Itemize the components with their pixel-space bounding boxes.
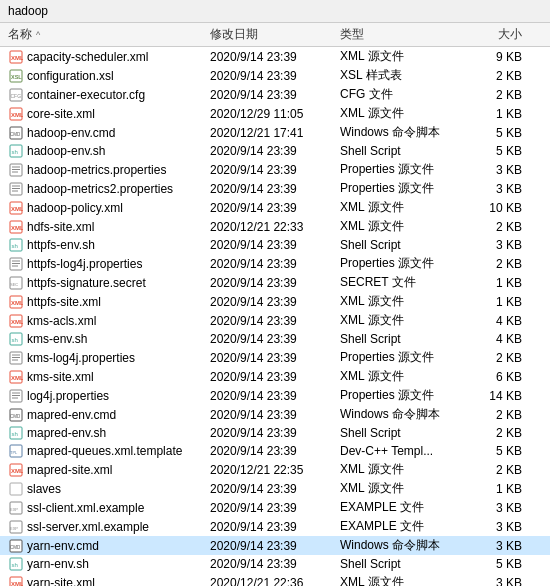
svg-text:CMD: CMD xyxy=(10,545,21,550)
sh-icon: sh xyxy=(8,143,24,159)
table-row[interactable]: sh kms-env.sh2020/9/14 23:39Shell Script… xyxy=(0,330,550,348)
table-row[interactable]: XML httpfs-site.xml2020/9/14 23:39XML 源文… xyxy=(0,292,550,311)
table-row[interactable]: CMD yarn-env.cmd2020/9/14 23:39Windows 命… xyxy=(0,536,550,555)
table-row[interactable]: XML capacity-scheduler.xml2020/9/14 23:3… xyxy=(0,47,550,66)
file-date-cell: 2020/9/14 23:39 xyxy=(210,257,340,271)
file-type-cell: XML 源文件 xyxy=(340,105,470,122)
file-name-text: hadoop-metrics.properties xyxy=(27,163,166,177)
xml-icon: XML xyxy=(8,49,24,65)
file-name-cell: XML kms-site.xml xyxy=(0,369,210,385)
file-name-cell: CMD hadoop-env.cmd xyxy=(0,125,210,141)
table-row[interactable]: XML kms-acls.xml2020/9/14 23:39XML 源文件4 … xyxy=(0,311,550,330)
file-type-cell: EXAMPLE 文件 xyxy=(340,518,470,535)
file-size-cell: 10 KB xyxy=(470,201,530,215)
props-icon xyxy=(8,388,24,404)
svg-text:CMD: CMD xyxy=(10,132,21,137)
svg-text:EXP: EXP xyxy=(10,507,18,512)
file-name-cell: sh hadoop-env.sh xyxy=(0,143,210,159)
xml-icon: XML xyxy=(8,200,24,216)
file-date-cell: 2020/9/14 23:39 xyxy=(210,557,340,571)
table-row[interactable]: log4j.properties2020/9/14 23:39Propertie… xyxy=(0,386,550,405)
table-row[interactable]: hadoop-metrics2.properties2020/9/14 23:3… xyxy=(0,179,550,198)
file-name-cell: XML kms-acls.xml xyxy=(0,313,210,329)
col-size-header[interactable]: 大小 xyxy=(470,26,530,43)
file-date-cell: 2020/9/14 23:39 xyxy=(210,50,340,64)
file-date-cell: 2020/12/21 22:35 xyxy=(210,463,340,477)
file-type-cell: Properties 源文件 xyxy=(340,161,470,178)
file-name-cell: XML httpfs-site.xml xyxy=(0,294,210,310)
table-row[interactable]: sh mapred-env.sh2020/9/14 23:39Shell Scr… xyxy=(0,424,550,442)
table-row[interactable]: CFG container-executor.cfg2020/9/14 23:3… xyxy=(0,85,550,104)
file-name-text: httpfs-signature.secret xyxy=(27,276,146,290)
file-name-text: yarn-env.sh xyxy=(27,557,89,571)
file-name-cell: httpfs-log4j.properties xyxy=(0,256,210,272)
file-name-text: hdfs-site.xml xyxy=(27,220,94,234)
xml-icon: XML xyxy=(8,106,24,122)
file-name-text: container-executor.cfg xyxy=(27,88,145,102)
svg-text:sh: sh xyxy=(12,243,18,249)
file-name-text: ssl-server.xml.example xyxy=(27,520,149,534)
file-size-cell: 3 KB xyxy=(470,238,530,252)
file-type-cell: Windows 命令脚本 xyxy=(340,124,470,141)
file-date-cell: 2020/9/14 23:39 xyxy=(210,501,340,515)
svg-text:sh: sh xyxy=(12,337,18,343)
table-row[interactable]: slaves2020/9/14 23:39XML 源文件1 KB xyxy=(0,479,550,498)
table-row[interactable]: sh yarn-env.sh2020/9/14 23:39Shell Scrip… xyxy=(0,555,550,573)
file-type-cell: EXAMPLE 文件 xyxy=(340,499,470,516)
svg-text:TPL: TPL xyxy=(10,450,18,455)
table-row[interactable]: TPL mapred-queues.xml.template2020/9/14 … xyxy=(0,442,550,460)
file-name-text: ssl-client.xml.example xyxy=(27,501,144,515)
col-type-header[interactable]: 类型 xyxy=(340,26,470,43)
table-row[interactable]: XML hdfs-site.xml2020/12/21 22:33XML 源文件… xyxy=(0,217,550,236)
svg-text:XML: XML xyxy=(11,112,23,118)
file-name-cell: kms-log4j.properties xyxy=(0,350,210,366)
table-row[interactable]: XSL configuration.xsl2020/9/14 23:39XSL … xyxy=(0,66,550,85)
file-date-cell: 2020/9/14 23:39 xyxy=(210,332,340,346)
xml-icon: XML xyxy=(8,462,24,478)
table-row[interactable]: sh httpfs-env.sh2020/9/14 23:39Shell Scr… xyxy=(0,236,550,254)
file-name-cell: log4j.properties xyxy=(0,388,210,404)
file-date-cell: 2020/9/14 23:39 xyxy=(210,238,340,252)
file-name-cell: EXP ssl-server.xml.example xyxy=(0,519,210,535)
table-row[interactable]: CMD mapred-env.cmd2020/9/14 23:39Windows… xyxy=(0,405,550,424)
file-date-cell: 2020/9/14 23:39 xyxy=(210,144,340,158)
table-row[interactable]: XML mapred-site.xml2020/12/21 22:35XML 源… xyxy=(0,460,550,479)
col-name-header[interactable]: 名称 ^ xyxy=(0,26,210,43)
props-icon xyxy=(8,181,24,197)
table-row[interactable]: hadoop-metrics.properties2020/9/14 23:39… xyxy=(0,160,550,179)
table-row[interactable]: XML core-site.xml2020/12/29 11:05XML 源文件… xyxy=(0,104,550,123)
table-row[interactable]: XML hadoop-policy.xml2020/9/14 23:39XML … xyxy=(0,198,550,217)
table-row[interactable]: XML yarn-site.xml2020/12/21 22:36XML 源文件… xyxy=(0,573,550,586)
file-size-cell: 3 KB xyxy=(470,576,530,587)
table-row[interactable]: CMD hadoop-env.cmd2020/12/21 17:41Window… xyxy=(0,123,550,142)
file-name-text: hadoop-env.cmd xyxy=(27,126,116,140)
file-type-cell: Shell Script xyxy=(340,557,470,571)
col-date-header[interactable]: 修改日期 xyxy=(210,26,340,43)
file-type-cell: XML 源文件 xyxy=(340,461,470,478)
table-row[interactable]: SEC httpfs-signature.secret2020/9/14 23:… xyxy=(0,273,550,292)
file-name-text: yarn-site.xml xyxy=(27,576,95,587)
file-name-text: kms-env.sh xyxy=(27,332,87,346)
table-row[interactable]: EXP ssl-server.xml.example2020/9/14 23:3… xyxy=(0,517,550,536)
table-row[interactable]: kms-log4j.properties2020/9/14 23:39Prope… xyxy=(0,348,550,367)
table-row[interactable]: sh hadoop-env.sh2020/9/14 23:39Shell Scr… xyxy=(0,142,550,160)
file-date-cell: 2020/9/14 23:39 xyxy=(210,482,340,496)
file-name-text: httpfs-site.xml xyxy=(27,295,101,309)
file-type-cell: XSL 样式表 xyxy=(340,67,470,84)
file-name-cell: EXP ssl-client.xml.example xyxy=(0,500,210,516)
xml-icon: XML xyxy=(8,313,24,329)
file-date-cell: 2020/12/21 17:41 xyxy=(210,126,340,140)
table-row[interactable]: httpfs-log4j.properties2020/9/14 23:39Pr… xyxy=(0,254,550,273)
table-row[interactable]: XML kms-site.xml2020/9/14 23:39XML 源文件6 … xyxy=(0,367,550,386)
file-name-cell: sh httpfs-env.sh xyxy=(0,237,210,253)
file-name-cell: XML capacity-scheduler.xml xyxy=(0,49,210,65)
file-size-cell: 2 KB xyxy=(470,220,530,234)
svg-text:CFG: CFG xyxy=(11,93,22,99)
file-size-cell: 5 KB xyxy=(470,144,530,158)
table-row[interactable]: EXP ssl-client.xml.example2020/9/14 23:3… xyxy=(0,498,550,517)
file-name-text: kms-log4j.properties xyxy=(27,351,135,365)
svg-text:XML: XML xyxy=(11,375,23,381)
file-size-cell: 4 KB xyxy=(470,314,530,328)
file-name-cell: CMD mapred-env.cmd xyxy=(0,407,210,423)
file-type-cell: XML 源文件 xyxy=(340,48,470,65)
